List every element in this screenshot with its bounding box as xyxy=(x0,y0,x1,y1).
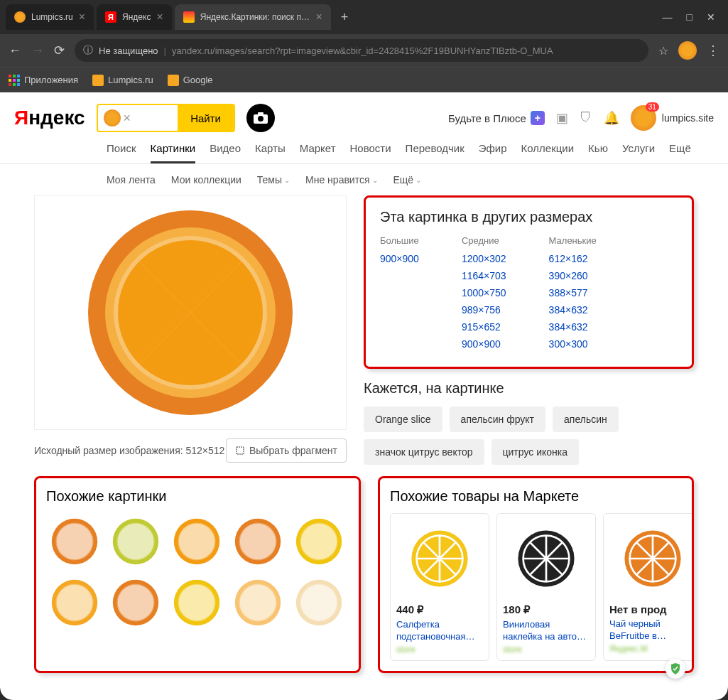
bookmark-star-icon[interactable]: ☆ xyxy=(658,44,668,58)
main-image-preview[interactable] xyxy=(34,195,347,430)
info-icon[interactable]: ⓘ xyxy=(83,44,93,57)
other-sizes-title: Эта картинка в других размерах xyxy=(380,209,678,225)
new-tab-button[interactable]: + xyxy=(334,10,356,25)
page-content: Яндекс × Найти Будьте в Плюсе + ▣ ⛉ 🔔 31 xyxy=(0,92,728,700)
image-subtabs: Моя лентаМои коллекцииТемы⌄Мне нравится⌄… xyxy=(0,164,728,195)
username-label: lumpics.site xyxy=(662,112,714,124)
service-tab[interactable]: Услуги xyxy=(622,142,655,163)
crop-button[interactable]: Выбрать фрагмент xyxy=(226,438,347,463)
minimize-icon[interactable]: ― xyxy=(663,11,673,23)
size-link[interactable]: 900×900 xyxy=(462,338,506,350)
similar-image-thumb[interactable] xyxy=(107,574,164,631)
browser-tab-active[interactable]: Яндекс.Картинки: поиск по кар × xyxy=(175,4,331,30)
apps-button[interactable]: Приложения xyxy=(9,75,78,86)
tab-close-icon[interactable]: × xyxy=(156,11,163,23)
service-tab[interactable]: Коллекции xyxy=(521,142,575,163)
similar-image-thumb[interactable] xyxy=(229,574,286,631)
service-tab[interactable]: Карты xyxy=(255,142,286,163)
user-avatar-icon: 31 xyxy=(631,105,656,131)
similar-image-thumb[interactable] xyxy=(290,513,347,570)
image-subtab[interactable]: Моя лента xyxy=(107,174,156,185)
tab-title: Яндекс xyxy=(122,12,151,22)
suggestion-chip[interactable]: значок цитрус вектор xyxy=(364,439,484,465)
product-name: Чай черный BeFruitbe в… xyxy=(609,618,694,642)
bookmark-item[interactable]: Google xyxy=(168,75,213,86)
browser-menu-icon[interactable]: ⋮ xyxy=(707,43,719,58)
security-badge-icon[interactable] xyxy=(665,659,685,679)
tab-close-icon[interactable]: × xyxy=(315,11,322,23)
url-text: yandex.ru/images/search?rpt=imageview&cb… xyxy=(172,45,553,56)
product-card[interactable]: 180 ₽Виниловая наклейка на авто…store xyxy=(496,513,596,661)
size-link[interactable]: 915×652 xyxy=(462,321,506,333)
size-link[interactable]: 300×300 xyxy=(549,338,597,350)
service-tab[interactable]: Маркет xyxy=(300,142,336,163)
size-link[interactable]: 612×162 xyxy=(549,253,597,264)
search-button[interactable]: Найти xyxy=(178,105,234,131)
service-tab[interactable]: Поиск xyxy=(107,142,136,163)
service-tab[interactable]: Переводчик xyxy=(406,142,464,163)
product-card[interactable]: Нет в продЧай черный BeFruitbe в…Яндекс.… xyxy=(603,513,694,661)
image-subtab[interactable]: Ещё⌄ xyxy=(393,174,422,185)
service-tab[interactable]: Видео xyxy=(210,142,241,163)
yandex-plus-promo[interactable]: Будьте в Плюсе + xyxy=(448,111,545,125)
bell-icon[interactable]: 🔔 xyxy=(604,110,619,126)
similar-image-thumb[interactable] xyxy=(107,513,164,570)
shield-icon[interactable]: ⛉ xyxy=(580,111,592,126)
size-link[interactable]: 384×632 xyxy=(549,321,597,333)
similar-image-thumb[interactable] xyxy=(168,574,225,631)
user-menu[interactable]: 31 lumpics.site xyxy=(631,105,714,131)
browser-tab[interactable]: Lumpics.ru × xyxy=(6,4,94,30)
product-price: Нет в прод xyxy=(609,603,694,615)
chevron-down-icon: ⌄ xyxy=(415,176,421,184)
camera-search-button[interactable] xyxy=(246,104,275,132)
suggestion-chip[interactable]: апельсин фрукт xyxy=(450,406,545,432)
size-link[interactable]: 384×632 xyxy=(549,304,597,316)
image-subtab[interactable]: Темы⌄ xyxy=(257,174,290,185)
url-field[interactable]: ⓘ Не защищено | yandex.ru/images/search?… xyxy=(75,39,648,62)
collections-icon[interactable]: ▣ xyxy=(556,110,568,126)
similar-image-thumb[interactable] xyxy=(46,574,103,631)
forward-button[interactable]: → xyxy=(31,43,44,58)
similar-image-thumb[interactable] xyxy=(290,574,347,631)
size-link[interactable]: 1164×703 xyxy=(462,270,506,281)
search-input[interactable] xyxy=(135,112,178,124)
suggestion-chip[interactable]: Orange slice xyxy=(364,406,442,432)
size-link[interactable]: 989×756 xyxy=(462,304,506,316)
reload-button[interactable]: ⟳ xyxy=(54,43,65,58)
image-subtab[interactable]: Мне нравится⌄ xyxy=(305,174,377,185)
back-button[interactable]: ← xyxy=(9,43,21,58)
similar-image-thumb[interactable] xyxy=(168,513,225,570)
service-tab[interactable]: Новости xyxy=(350,142,391,163)
size-link[interactable]: 1000×750 xyxy=(462,287,506,298)
bookmark-item[interactable]: Lumpics.ru xyxy=(92,75,153,86)
suggestion-chip[interactable]: апельсин xyxy=(553,406,619,432)
browser-tab[interactable]: Я Яндекс × xyxy=(97,4,172,30)
close-window-icon[interactable]: ✕ xyxy=(707,11,715,23)
svg-point-2 xyxy=(258,116,264,122)
product-card[interactable]: 440 ₽Салфетка подстановочная…store xyxy=(390,513,489,661)
size-link[interactable]: 900×900 xyxy=(380,253,419,264)
profile-avatar-icon[interactable] xyxy=(678,41,697,60)
tab-close-icon[interactable]: × xyxy=(79,11,85,23)
sizes-big-label: Большие xyxy=(380,235,419,246)
service-tab[interactable]: Кью xyxy=(588,142,608,163)
service-tab[interactable]: Картинки xyxy=(151,142,196,163)
maximize-icon[interactable]: □ xyxy=(687,11,692,23)
service-tab[interactable]: Ещё xyxy=(669,142,691,163)
service-tab[interactable]: Эфир xyxy=(479,142,507,163)
clear-search-icon[interactable]: × xyxy=(124,111,131,126)
service-tabs: ПоискКартинкиВидеоКартыМаркетНовостиПере… xyxy=(0,132,728,164)
size-link[interactable]: 1200×302 xyxy=(462,253,506,264)
similar-image-thumb[interactable] xyxy=(229,513,286,570)
size-link[interactable]: 390×260 xyxy=(549,270,597,281)
other-sizes-panel: Эта картинка в других размерах Большие90… xyxy=(364,195,694,369)
plus-icon: + xyxy=(531,111,545,125)
image-subtab[interactable]: Мои коллекции xyxy=(171,174,241,185)
size-link[interactable]: 388×577 xyxy=(549,287,597,298)
search-image-thumb[interactable] xyxy=(104,109,121,126)
svg-rect-1 xyxy=(258,112,264,115)
similar-image-thumb[interactable] xyxy=(46,513,103,570)
yandex-logo[interactable]: Яндекс xyxy=(14,107,85,129)
camera-icon xyxy=(254,112,268,124)
suggestion-chip[interactable]: цитрус иконка xyxy=(491,439,579,465)
